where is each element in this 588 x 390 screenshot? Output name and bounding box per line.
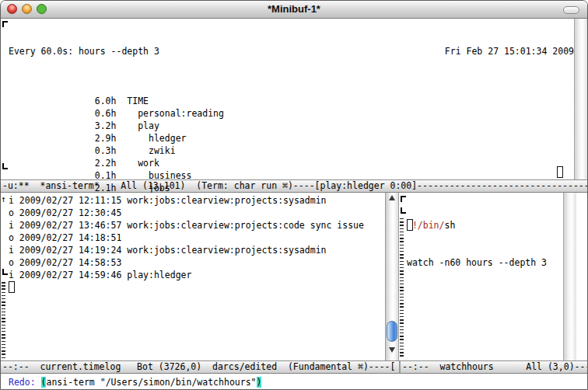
window-title: *Minibuf-1* [1,3,587,16]
scroll-up-button[interactable] [389,195,395,200]
watch-header: Every 60.0s: hours --depth 3 Fri Feb 27 … [9,45,574,57]
timelog-window[interactable]: ↑ i 2009/02/27 12:11:15 work:jobs:clearv… [1,193,385,360]
fringe-bottom-angle-icon [2,163,8,169]
modeline-watchhours[interactable]: --:-- watchhours All (3,0)-------- [401,360,587,374]
minibuffer[interactable]: Redo: (ansi-term "/Users/simon/bin/watch… [1,374,587,390]
minibuffer-prompt: Redo: [9,377,41,388]
bottom-split: ↑ i 2009/02/27 12:11:15 work:jobs:clearv… [1,193,587,360]
fringe-bottom-angle-icon [401,207,406,214]
timelog-lines: i 2009/02/27 12:11:15 work:jobs:clearvie… [9,194,364,281]
shebang-interpreter: sh [444,220,455,231]
bottom-modelines: --:-- current.timelog Bot (3726,0) darcs… [1,360,587,374]
window-titlebar[interactable]: *Minibuf-1* [1,1,587,19]
timelog-entry: i 2009/02/27 12:11:15 work:jobs:clearvie… [9,194,364,207]
minibuffer-command-text: ansi-term "/Users/simon/bin/watchhours" [46,377,256,388]
modeline-current-timelog[interactable]: --:-- current.timelog Bot (3726,0) darcs… [1,360,399,374]
minibuffer-close-paren: ) [257,377,262,388]
fringe-top-angle-icon [2,21,8,27]
ansi-term-window[interactable]: Every 60.0s: hours --depth 3 Fri Feb 27 … [1,19,587,179]
scroll-down-button[interactable] [389,347,395,353]
watchhours-scrollbar-track[interactable] [563,193,576,360]
empty-lines-indicator-icon [400,218,404,359]
timelog-entry: o 2009/02/27 12:30:45 [9,207,364,219]
shebang-line: #!/bin/sh [407,219,547,232]
terminal-cursor [557,166,563,178]
watch-date-text: Fri Feb 27 15:01:34 2009 [445,45,574,57]
watch-command-text: Every 60.0s: hours --depth 3 [9,45,159,57]
timelog-entry: o 2009/02/27 14:18:51 [9,232,364,244]
timelog-entry: o 2009/02/27 14:58:53 [9,256,364,269]
script-command-line: watch -n60 hours --depth 3 [407,256,547,269]
timelog-scrollbar[interactable] [385,193,399,360]
empty-lines-indicator-icon [2,282,5,359]
emacs-frame: *Minibuf-1* Every 60.0s: hours --depth 3… [0,0,588,390]
watchhours-window[interactable]: #!/bin/sh watch -n60 hours --depth 3 [399,193,576,360]
timelog-cursor [9,281,15,293]
fringe-top-angle-icon [401,196,406,202]
ansi-term-scrollbar-track[interactable] [574,19,587,179]
timelog-entry: i 2009/02/27 14:59:46 play:hledger [9,269,364,281]
scroll-thumb[interactable] [387,321,397,342]
toolbar-toggle-button[interactable] [563,6,579,14]
fringe-up-arrow-icon: ↑ [1,195,6,204]
watchhours-cursor [407,219,413,231]
timelog-entry: i 2009/02/27 13:46:57 work:jobs:clearvie… [9,219,364,232]
frame-body: Every 60.0s: hours --depth 3 Fri Feb 27 … [1,19,587,390]
timelog-entry: i 2009/02/27 14:19:24 work:jobs:clearvie… [9,244,364,256]
fringe-bottom-angle-icon [2,269,8,275]
